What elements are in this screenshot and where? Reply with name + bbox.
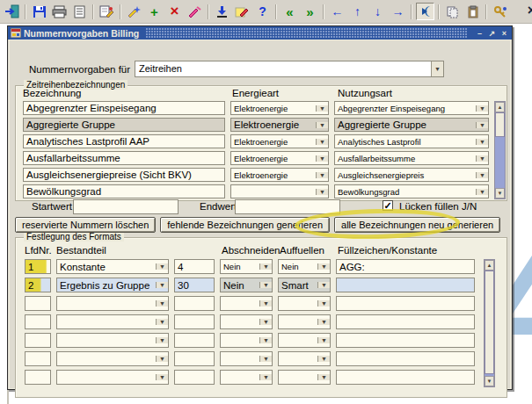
bezeichnung-field[interactable]: Ausfallarbeitssumme (23, 151, 225, 165)
chevron-down-icon[interactable]: ▼ (156, 282, 168, 288)
previous-record-icon[interactable]: ↑ (348, 3, 367, 20)
selector-combo[interactable]: Zeitreihen ▼ (135, 61, 444, 77)
next-field-icon[interactable]: → (389, 3, 407, 20)
startwert-input[interactable] (73, 199, 179, 214)
chevron-down-icon[interactable]: ▼ (476, 139, 488, 145)
chevron-down-icon[interactable]: ▼ (259, 263, 272, 270)
keys-icon[interactable] (491, 3, 509, 20)
exit-icon[interactable] (3, 3, 21, 20)
auffuellen-select[interactable]: Nein▼ (278, 259, 331, 274)
window-titlebar[interactable]: Nummernvorgaben Billing – ↗ × (8, 26, 512, 40)
laenge-field[interactable] (174, 296, 215, 311)
fuellzeichen-field[interactable] (336, 370, 475, 385)
bestandteil-select[interactable]: ▼ (56, 351, 169, 366)
chevron-down-icon[interactable]: ▼ (317, 263, 330, 270)
lfdnr-field[interactable] (25, 370, 51, 385)
lfdnr-field[interactable]: 2 (25, 278, 51, 292)
chevron-down-icon[interactable]: ▼ (316, 122, 328, 128)
abschneiden-select[interactable]: ▼ (220, 333, 273, 348)
window-close-icon[interactable]: × (522, 2, 532, 19)
save-icon[interactable] (30, 3, 48, 20)
bestandteil-select[interactable]: ▼ (56, 314, 169, 329)
laenge-field[interactable] (174, 351, 215, 366)
scrollbar-thumb[interactable] (485, 271, 494, 374)
chevron-down-icon[interactable]: ▼ (316, 189, 328, 195)
auffuellen-select[interactable]: ▼ (278, 333, 331, 348)
format-scrollbar[interactable]: ▲ ▼ (484, 259, 495, 387)
bezeichnung-field[interactable]: Bewölkungsgrad (23, 184, 225, 198)
execute-query-icon[interactable] (98, 3, 116, 20)
chevron-down-icon[interactable]: ▼ (316, 155, 328, 162)
luecken-checkbox[interactable]: ✓ (383, 200, 393, 211)
list-values-icon[interactable] (70, 3, 89, 20)
kisters-logo-button[interactable] (416, 3, 434, 20)
chevron-down-icon[interactable]: ▼ (259, 282, 272, 288)
chevron-down-icon[interactable]: ▼ (156, 374, 168, 380)
lfdnr-field[interactable] (25, 314, 51, 329)
nutzungsart-select[interactable]: Abgegrenzter Einspeisegang▼ (334, 101, 489, 115)
chevron-down-icon[interactable]: ▼ (476, 155, 488, 162)
fuellzeichen-field[interactable] (336, 351, 475, 366)
chevron-down-icon[interactable]: ▼ (259, 300, 272, 307)
scroll-up-icon[interactable]: ▲ (495, 102, 505, 112)
auffuellen-select[interactable]: ▼ (278, 370, 331, 385)
fuellzeichen-field[interactable] (336, 278, 475, 292)
nutzungsart-select[interactable]: Ausfallarbeitssumme▼ (334, 151, 489, 165)
minimize-button[interactable]: – (475, 29, 485, 38)
endwert-input[interactable] (235, 199, 340, 214)
chevron-down-icon[interactable]: ▼ (316, 172, 328, 178)
chevron-down-icon[interactable]: ▼ (476, 189, 488, 195)
scrollbar-thumb[interactable] (495, 112, 505, 137)
energieart-select[interactable]: Elektroenergie▼ (230, 134, 329, 148)
scrollbar-track[interactable] (495, 112, 505, 188)
chevron-down-icon[interactable]: ▼ (317, 319, 330, 325)
laenge-field[interactable]: 30 (174, 278, 215, 292)
chevron-down-icon[interactable]: ▼ (259, 319, 272, 325)
delete-record-icon[interactable]: × (165, 3, 184, 20)
chevron-down-icon[interactable]: ▼ (316, 105, 328, 112)
lfdnr-field[interactable]: 1 (25, 259, 51, 274)
chevron-down-icon[interactable]: ▼ (259, 337, 272, 343)
energieart-select[interactable]: Elektroenergie▼ (230, 101, 329, 115)
enter-query-icon[interactable] (125, 3, 143, 20)
nutzungsart-select[interactable]: Analytisches Lastprofil▼ (334, 134, 489, 148)
chevron-down-icon[interactable]: ▼ (156, 263, 168, 270)
paste-record-icon[interactable] (463, 3, 482, 20)
chevron-down-icon[interactable]: ▼ (156, 300, 168, 307)
lfdnr-field[interactable] (25, 296, 51, 311)
energieart-select[interactable]: Elektroenergie▼ (230, 168, 329, 182)
abschneiden-select[interactable]: ▼ (220, 296, 273, 311)
chevron-down-icon[interactable]: ▼ (316, 139, 328, 145)
chevron-down-icon[interactable]: ▼ (156, 337, 168, 343)
bezeichnung-field[interactable]: Ausgleichsenergiepreise (Sicht BKV) (23, 168, 225, 182)
auffuellen-select[interactable]: Smart▼ (278, 278, 331, 292)
abschneiden-select[interactable]: ▼ (220, 370, 273, 385)
energieart-select[interactable]: Elektroenergie▼ (230, 151, 329, 165)
fuellzeichen-field[interactable]: AGG: (336, 259, 475, 274)
chevron-down-icon[interactable]: ▼ (317, 356, 330, 362)
edit-icon[interactable] (233, 3, 251, 20)
nutzungsart-select[interactable]: Aggregierte Gruppe▼ (334, 118, 489, 132)
abschneiden-select[interactable]: ▼ (220, 314, 273, 329)
chevron-down-icon[interactable]: ▼ (156, 356, 168, 362)
close-button[interactable]: × (499, 29, 509, 38)
regenerate-all-button[interactable]: alle Bezeichnungen neu generieren (334, 217, 500, 233)
generate-missing-button[interactable]: fehlende Bezeichnungen generieren (160, 217, 330, 233)
laenge-field[interactable] (174, 333, 215, 348)
chevron-down-icon[interactable]: ▼ (156, 319, 168, 325)
restore-button[interactable]: ↗ (487, 29, 497, 38)
energieart-select[interactable]: Elektroenergie▼ (230, 118, 329, 132)
zeitreihen-scrollbar[interactable]: ▲ ▼ (494, 101, 506, 199)
laenge-field[interactable] (174, 370, 215, 385)
auffuellen-select[interactable]: ▼ (278, 314, 331, 329)
chevron-down-icon[interactable]: ▼ (476, 172, 488, 178)
chevron-down-icon[interactable]: ▼ (431, 61, 443, 76)
scrollbar-track[interactable] (485, 271, 494, 376)
fuellzeichen-field[interactable] (336, 296, 475, 311)
auffuellen-select[interactable]: ▼ (278, 351, 331, 366)
print-icon[interactable] (50, 3, 69, 20)
chevron-down-icon[interactable]: ▼ (476, 105, 488, 112)
nutzungsart-select[interactable]: Ausgleichsenergiepreis▼ (334, 168, 489, 182)
bezeichnung-field[interactable]: Abgegrenzter Einspeisegang (23, 101, 225, 115)
fuellzeichen-field[interactable] (336, 314, 475, 329)
